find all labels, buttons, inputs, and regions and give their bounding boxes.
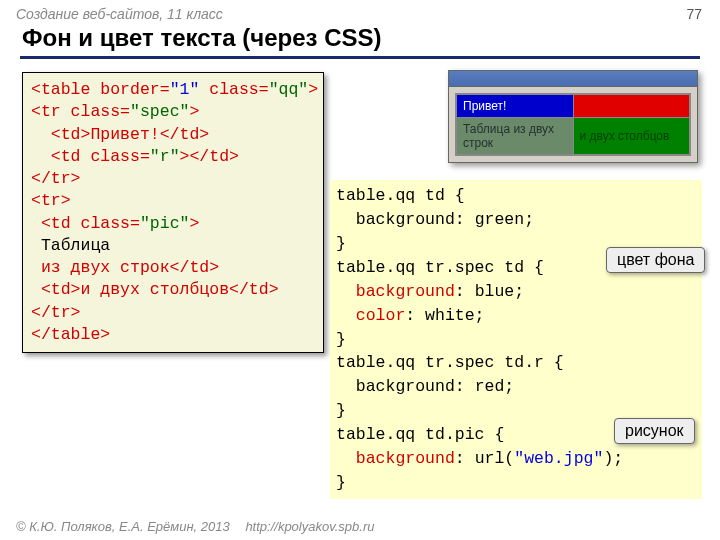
preview-cell-hello: Привет! xyxy=(456,94,573,118)
title-rule xyxy=(20,56,700,59)
page-title: Фон и цвет текста (через CSS) xyxy=(0,24,720,56)
preview-cell-pic: Таблица из двух строк xyxy=(456,118,573,156)
label-bgcolor: цвет фона xyxy=(606,247,705,273)
code-text: : green; xyxy=(455,210,534,229)
code-text: ); xyxy=(603,449,623,468)
code-text: <td>и двух столбцов</td> xyxy=(31,280,279,299)
code-text: } xyxy=(336,401,346,420)
code-text: table.qq tr.spec td.r { xyxy=(336,353,564,372)
code-text: background xyxy=(336,210,455,229)
code-text: "1" xyxy=(170,80,200,99)
preview-cell-r xyxy=(573,94,690,118)
breadcrumb: Создание веб-сайтов, 11 класс xyxy=(0,0,720,24)
code-text: table.qq tr.spec td { xyxy=(336,258,544,277)
code-text: "pic" xyxy=(140,214,190,233)
code-text: </tr> xyxy=(31,169,81,188)
preview-cell-cols: и двух столбцов xyxy=(573,118,690,156)
code-text: : url( xyxy=(455,449,514,468)
code-text: background xyxy=(336,282,455,301)
code-block-html: <table border="1" class="qq"> <tr class=… xyxy=(22,72,324,353)
code-text: : white; xyxy=(405,306,484,325)
code-text: "web.jpg" xyxy=(514,449,603,468)
page-number: 77 xyxy=(686,6,702,22)
code-block-css: table.qq td { background: green; } table… xyxy=(330,180,702,499)
preview-body: Привет! Таблица из двух строк и двух сто… xyxy=(449,87,697,162)
code-text: <td class= xyxy=(31,147,150,166)
code-text: <table border= xyxy=(31,80,170,99)
code-text: "r" xyxy=(150,147,180,166)
code-text: <td>Привет!</td> xyxy=(31,125,209,144)
preview-window: Привет! Таблица из двух строк и двух сто… xyxy=(448,70,698,163)
code-text: > xyxy=(308,80,318,99)
code-text: : red; xyxy=(455,377,514,396)
code-text: class= xyxy=(199,80,268,99)
code-text: background xyxy=(336,449,455,468)
code-text: <tr class= xyxy=(31,102,130,121)
label-picture: рисунок xyxy=(614,418,695,444)
footer-url: http://kpolyakov.spb.ru xyxy=(245,519,374,534)
code-text: } xyxy=(336,330,346,349)
code-text: : blue; xyxy=(455,282,524,301)
code-text: } xyxy=(336,473,346,492)
code-text: background xyxy=(336,377,455,396)
footer: © К.Ю. Поляков, Е.А. Ерёмин, 2013 http:/… xyxy=(16,519,374,534)
code-text: Таблица xyxy=(31,236,110,255)
code-text: <td class= xyxy=(31,214,140,233)
code-text: table.qq td.pic { xyxy=(336,425,504,444)
code-text: </tr> xyxy=(31,303,81,322)
footer-authors: © К.Ю. Поляков, Е.А. Ерёмин, 2013 xyxy=(16,519,230,534)
code-text: из двух строк</td> xyxy=(31,258,219,277)
preview-table: Привет! Таблица из двух строк и двух сто… xyxy=(455,93,691,156)
code-text: "spec" xyxy=(130,102,189,121)
code-text: "qq" xyxy=(269,80,309,99)
code-text: table.qq td { xyxy=(336,186,465,205)
preview-titlebar xyxy=(449,71,697,87)
code-text: } xyxy=(336,234,346,253)
code-text: ></td> xyxy=(180,147,239,166)
code-text: </table> xyxy=(31,325,110,344)
code-text: <tr> xyxy=(31,191,71,210)
code-text: > xyxy=(189,214,199,233)
code-text: > xyxy=(189,102,199,121)
code-text: color xyxy=(336,306,405,325)
